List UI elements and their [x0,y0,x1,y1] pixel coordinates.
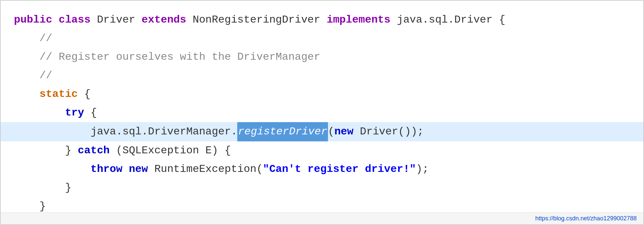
code-area: public class Driver extends NonRegisteri… [1,1,643,212]
code-line-5: static { [14,85,630,104]
code-container: public class Driver extends NonRegisteri… [0,0,644,225]
keyword-catch: catch [78,141,110,160]
method-registerDriver: registerDriver [237,122,328,141]
keyword-throw: throw [90,160,122,179]
code-line-7-highlighted: java.sql.DriverManager.registerDriver(ne… [1,122,643,141]
keyword-extends: extends [142,11,186,29]
code-line-8: } catch (SQLException E) { [14,141,630,160]
code-line-1: public class Driver extends NonRegisteri… [14,11,630,29]
code-line-11: } [14,197,630,212]
code-line-2: // [14,29,630,48]
code-line-3: // Register ourselves with the DriverMan… [14,48,630,66]
keyword-class: class [58,11,90,29]
keyword-new-1: new [334,122,354,141]
keyword-public: public [14,11,52,29]
keyword-static: static [40,85,78,104]
code-line-10: } [14,179,630,197]
code-line-6: try { [14,104,630,122]
status-bar: https://blog.csdn.net/zhao1299002788 [1,212,643,224]
keyword-try: try [65,104,84,122]
keyword-new-2: new [129,160,148,179]
code-line-4: // [14,66,630,85]
string-literal: "Can't register driver!" [263,160,416,179]
comment-1: // [40,29,52,48]
code-line-9: throw new RuntimeException("Can't regist… [14,160,630,179]
comment-3: // [40,66,52,85]
keyword-implements: implements [327,11,390,29]
comment-2: // Register ourselves with the DriverMan… [40,48,320,66]
status-url[interactable]: https://blog.csdn.net/zhao1299002788 [535,215,637,222]
